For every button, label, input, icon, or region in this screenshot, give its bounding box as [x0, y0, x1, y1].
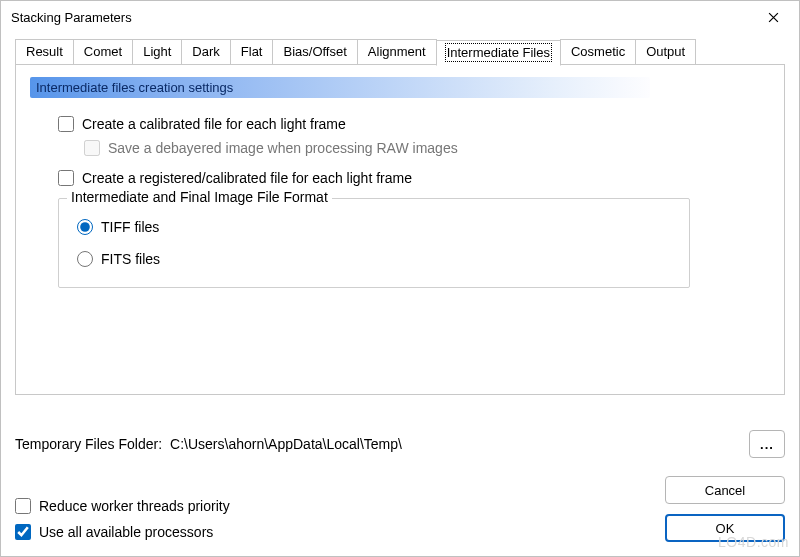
checkbox-reduce-priority[interactable] — [15, 498, 31, 514]
label-fits[interactable]: FITS files — [101, 251, 160, 267]
label-use-all-procs[interactable]: Use all available processors — [39, 524, 213, 540]
opt-row-registered: Create a registered/calibrated file for … — [58, 170, 766, 186]
opt-row-calibrated: Create a calibrated file for each light … — [58, 116, 766, 132]
close-icon — [768, 12, 779, 23]
right-buttons: Cancel OK — [665, 476, 785, 542]
tab-intermediate-files[interactable]: Intermediate Files — [436, 40, 561, 66]
tab-alignment[interactable]: Alignment — [357, 39, 437, 65]
tab-dark[interactable]: Dark — [181, 39, 230, 65]
cancel-button[interactable]: Cancel — [665, 476, 785, 504]
folder-row: Temporary Files Folder: C:\Users\ahorn\A… — [15, 430, 785, 458]
label-calibrated[interactable]: Create a calibrated file for each light … — [82, 116, 346, 132]
radio-row-fits: FITS files — [77, 251, 671, 267]
folder-label: Temporary Files Folder: — [15, 436, 162, 452]
lower-area: Temporary Files Folder: C:\Users\ahorn\A… — [15, 430, 785, 542]
label-registered[interactable]: Create a registered/calibrated file for … — [82, 170, 412, 186]
section-header: Intermediate files creation settings — [30, 77, 650, 98]
ok-button[interactable]: OK — [665, 514, 785, 542]
window: Stacking Parameters Result Comet Light D… — [0, 0, 800, 557]
browse-button[interactable]: ... — [749, 430, 785, 458]
tab-result[interactable]: Result — [15, 39, 74, 65]
label-reduce-priority[interactable]: Reduce worker threads priority — [39, 498, 230, 514]
radio-row-tiff: TIFF files — [77, 219, 671, 235]
label-tiff[interactable]: TIFF files — [101, 219, 159, 235]
radio-fits[interactable] — [77, 251, 93, 267]
left-checks: Reduce worker threads priority Use all a… — [15, 496, 665, 542]
titlebar: Stacking Parameters — [1, 1, 799, 33]
checkbox-debayer — [84, 140, 100, 156]
bottom-row: Reduce worker threads priority Use all a… — [15, 476, 785, 542]
opt-row-use-all-procs: Use all available processors — [15, 524, 665, 540]
close-button[interactable] — [753, 3, 793, 31]
tab-light[interactable]: Light — [132, 39, 182, 65]
checkbox-registered[interactable] — [58, 170, 74, 186]
group-legend: Intermediate and Final Image File Format — [67, 189, 332, 205]
opt-row-reduce-priority: Reduce worker threads priority — [15, 498, 665, 514]
content-area: Result Comet Light Dark Flat Bias/Offset… — [1, 33, 799, 401]
options-block: Create a calibrated file for each light … — [30, 98, 770, 294]
window-title: Stacking Parameters — [11, 10, 753, 25]
folder-path: C:\Users\ahorn\AppData\Local\Temp\ — [170, 436, 402, 452]
tab-bias-offset[interactable]: Bias/Offset — [272, 39, 357, 65]
tab-body: Intermediate files creation settings Cre… — [15, 64, 785, 395]
opt-row-debayer: Save a debayered image when processing R… — [84, 140, 766, 156]
tabstrip: Result Comet Light Dark Flat Bias/Offset… — [15, 39, 785, 65]
tab-comet[interactable]: Comet — [73, 39, 133, 65]
checkbox-use-all-procs[interactable] — [15, 524, 31, 540]
tab-cosmetic[interactable]: Cosmetic — [560, 39, 636, 65]
checkbox-calibrated[interactable] — [58, 116, 74, 132]
radio-tiff[interactable] — [77, 219, 93, 235]
label-debayer: Save a debayered image when processing R… — [108, 140, 458, 156]
group-file-format: Intermediate and Final Image File Format… — [58, 198, 690, 288]
tab-output[interactable]: Output — [635, 39, 696, 65]
tab-flat[interactable]: Flat — [230, 39, 274, 65]
